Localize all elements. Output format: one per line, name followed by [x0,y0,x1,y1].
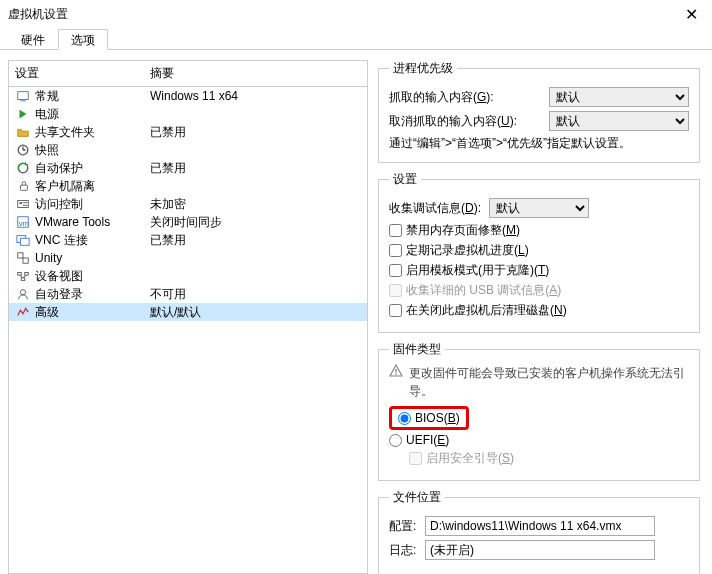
radio-uefi-input[interactable] [389,434,402,447]
label-config: 配置: [389,518,425,535]
chk-clean-disk[interactable]: 在关闭此虚拟机后清理磁盘(N) [389,302,689,319]
chk-mem-trim-box[interactable] [389,224,402,237]
close-icon[interactable]: ✕ [679,5,704,24]
list-item-name: 快照 [35,142,150,159]
chk-log-progress[interactable]: 定期记录虚拟机进度(L) [389,242,689,259]
input-config-path[interactable] [425,516,655,536]
list-item-access[interactable]: 访问控制未加密 [9,195,367,213]
svg-point-18 [20,290,25,295]
firmware-warning: 更改固件可能会导致已安装的客户机操作系统无法引导。 [409,364,689,400]
list-item-name: 访问控制 [35,196,150,213]
power-icon [15,106,31,122]
label-ungrabbed: 取消抓取的输入内容(U): [389,113,517,130]
list-item-unity[interactable]: Unity [9,249,367,267]
chk-clean-disk-box[interactable] [389,304,402,317]
group-fileloc: 文件位置 配置: 日志: [378,489,700,574]
list-item-vmtools[interactable]: vmVMware Tools关闭时间同步 [9,213,367,231]
chk-log-progress-box[interactable] [389,244,402,257]
chk-template-mode[interactable]: 启用模板模式(用于克隆)(T) [389,262,689,279]
advanced-icon [15,304,31,320]
radio-bios[interactable]: BIOS(B) [398,411,460,425]
svg-rect-16 [25,273,29,276]
list-item-summary: 不可用 [150,286,361,303]
priority-note: 通过“编辑”>“首选项”>“优先级”指定默认设置。 [389,135,689,152]
list-item-name: 共享文件夹 [35,124,150,141]
list-item-name: 电源 [35,106,150,123]
list-item-summary: 未加密 [150,196,361,213]
col-header-summary: 摘要 [144,61,367,86]
legend-settings: 设置 [389,171,421,188]
autologin-icon [15,286,31,302]
settings-list-header: 设置 摘要 [9,61,367,87]
list-item-devview[interactable]: 设备视图 [9,267,367,285]
svg-rect-4 [20,185,27,190]
chk-usb-debug: 收集详细的 USB 调试信息(A) [389,282,689,299]
bios-highlight: BIOS(B) [389,406,469,430]
select-grabbed[interactable]: 默认 [549,87,689,107]
svg-rect-6 [20,202,23,204]
svg-rect-5 [18,201,29,208]
svg-rect-14 [23,258,28,263]
radio-bios-input[interactable] [398,412,411,425]
list-item-vnc[interactable]: VNC 连接已禁用 [9,231,367,249]
list-item-name: 自动保护 [35,160,150,177]
list-item-name: VMware Tools [35,215,150,229]
list-item-summary: 已禁用 [150,124,361,141]
list-item-power[interactable]: 电源 [9,105,367,123]
list-item-general[interactable]: 常规Windows 11 x64 [9,87,367,105]
svg-rect-7 [23,202,27,203]
svg-rect-13 [18,253,23,258]
chk-usb-debug-box [389,284,402,297]
legend-priority: 进程优先级 [389,60,457,77]
svg-rect-0 [18,92,29,100]
select-ungrabbed[interactable]: 默认 [549,111,689,131]
list-item-summary: 已禁用 [150,232,361,249]
list-item-name: Unity [35,251,150,265]
details-panel: 进程优先级 抓取的输入内容(G): 默认 取消抓取的输入内容(U): 默认 通过… [378,60,704,574]
titlebar: 虚拟机设置 ✕ [0,0,712,28]
warn-icon [389,364,403,378]
svg-rect-15 [18,273,22,276]
svg-rect-17 [21,278,25,281]
general-icon [15,88,31,104]
list-item-summary: Windows 11 x64 [150,89,361,103]
list-item-guestiso[interactable]: 客户机隔离 [9,177,367,195]
legend-fileloc: 文件位置 [389,489,445,506]
svg-rect-20 [395,374,396,375]
list-item-snapshot[interactable]: 快照 [9,141,367,159]
snapshot-icon [15,142,31,158]
chk-mem-trim[interactable]: 禁用内存页面修整(M) [389,222,689,239]
list-item-shared[interactable]: 共享文件夹已禁用 [9,123,367,141]
group-settings: 设置 收集调试信息(D): 默认 禁用内存页面修整(M) 定期记录虚拟机进度(L… [378,171,700,333]
chk-secure-boot-box [409,452,422,465]
input-log-path[interactable] [425,540,655,560]
list-item-summary: 关闭时间同步 [150,214,361,231]
list-item-advanced[interactable]: 高级默认/默认 [9,303,367,321]
svg-rect-19 [395,369,396,373]
list-item-autoprot[interactable]: 自动保护已禁用 [9,159,367,177]
settings-list[interactable]: 常规Windows 11 x64电源共享文件夹已禁用快照自动保护已禁用客户机隔离… [9,87,367,573]
unity-icon [15,250,31,266]
radio-uefi[interactable]: UEFI(E) [389,433,689,447]
tabs: 硬件 选项 [0,28,712,50]
svg-rect-8 [23,205,27,206]
list-item-autologin[interactable]: 自动登录不可用 [9,285,367,303]
tab-hardware[interactable]: 硬件 [8,29,58,50]
access-icon [15,196,31,212]
guestiso-icon [15,178,31,194]
svg-rect-12 [20,238,29,245]
list-item-name: VNC 连接 [35,232,150,249]
settings-list-panel: 设置 摘要 常规Windows 11 x64电源共享文件夹已禁用快照自动保护已禁… [8,60,368,574]
list-item-name: 高级 [35,304,150,321]
label-log: 日志: [389,542,425,559]
chk-template-mode-box[interactable] [389,264,402,277]
list-item-summary: 已禁用 [150,160,361,177]
svg-text:vm: vm [19,219,30,228]
group-firmware: 固件类型 更改固件可能会导致已安装的客户机操作系统无法引导。 BIOS(B) U… [378,341,700,481]
select-debug[interactable]: 默认 [489,198,589,218]
legend-firmware: 固件类型 [389,341,445,358]
shared-icon [15,124,31,140]
list-item-name: 客户机隔离 [35,178,150,195]
tab-options[interactable]: 选项 [58,29,108,50]
col-header-name: 设置 [9,61,144,86]
